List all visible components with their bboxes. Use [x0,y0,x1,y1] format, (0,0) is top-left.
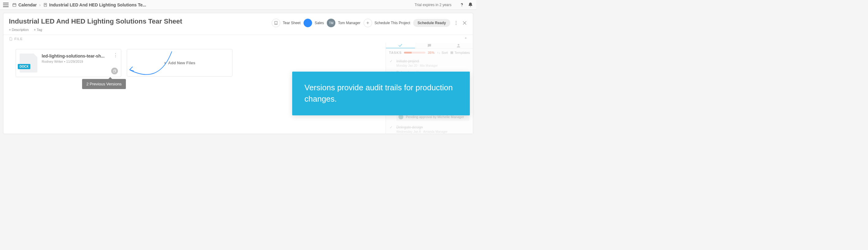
task-item[interactable]: Delegate designWednesday Jan 8 · Amanda … [389,123,470,134]
file-menu-icon[interactable]: ⋮ [113,52,118,58]
task-title: Delegate design [396,125,469,130]
menu-icon[interactable] [3,3,8,7]
add-file-card[interactable]: + Add New Files [127,49,232,76]
check-icon[interactable] [390,59,394,63]
breadcrumb-page-label: Industrial LED And HED Lighting Solution… [49,2,146,7]
add-tag[interactable]: + Tag [34,28,42,32]
file-meta: Rodney Writer • 11/29/2019 [42,60,117,63]
page-title: Industrial LED And HED Lighting Solution… [9,17,272,25]
tab-people[interactable] [444,43,473,48]
add-file-label: Add New Files [168,61,195,65]
collapse-icon[interactable]: ⌃ [464,37,467,41]
comment-icon [427,43,432,48]
check-icon [398,43,403,48]
schedule-ready-button[interactable]: Schedule Ready [413,19,450,27]
plus-icon: + [164,61,166,65]
help-icon[interactable] [459,2,465,8]
more-icon[interactable] [453,20,459,26]
file-icon [9,37,12,41]
bell-icon[interactable] [468,2,473,8]
close-icon[interactable] [462,20,467,26]
calendar-icon [12,3,17,7]
svg-point-16 [458,44,459,46]
progress-percent: 35% [428,51,435,55]
info-callout: Versions provide audit trails for produc… [292,72,470,115]
versions-tooltip: 2 Previous Versions [82,79,126,89]
breadcrumb-root-label: Calendar [19,2,37,7]
file-section-header: FILE ⌃ [3,35,473,43]
file-name: led-lighting-solutions-tear-sh... [42,53,117,59]
document-icon [43,3,48,7]
tab-tasks[interactable] [386,43,415,48]
category-chip[interactable]: Sales [304,19,324,27]
svg-rect-8 [275,22,277,25]
task-subtext: Monday Jan 20 · Mia Manager [396,64,469,67]
file-card[interactable]: DOCX led-lighting-solutions-tear-sh... R… [16,49,121,77]
add-description[interactable]: + Description [9,28,29,32]
svg-rect-15 [113,70,115,73]
tear-sheet-icon [274,21,278,25]
trial-text: Trial expires in 2 years [415,3,452,7]
file-extension-badge: DOCX [18,64,30,69]
content-type-label: Tear Sheet [283,21,301,25]
plus-icon: + [366,20,369,26]
content-type-chip[interactable]: Tear Sheet [272,19,301,27]
breadcrumb-page[interactable]: Industrial LED And HED Lighting Solution… [43,2,146,7]
file-thumbnail: DOCX [20,53,37,73]
svg-point-12 [456,24,456,25]
owner-chip[interactable]: TM Tom Manager [327,19,360,27]
schedule-project-button[interactable]: + Schedule This Project [364,19,410,27]
svg-point-10 [456,21,456,22]
task-item[interactable]: Initiate projectMonday Jan 20 · Mia Mana… [389,58,470,69]
task-title: Initiate project [396,59,469,63]
main-panel: Industrial LED And HED Lighting Solution… [3,13,473,134]
schedule-project-label: Schedule This Project [375,21,410,25]
svg-point-11 [456,23,456,23]
check-icon[interactable] [390,125,394,130]
svg-rect-0 [13,3,16,6]
sales-color-dot [304,19,312,27]
person-icon [456,43,461,48]
avatar: TM [327,19,335,27]
owner-label: Tom Manager [338,21,360,25]
category-label: Sales [315,21,324,25]
tasks-label: TASKS [389,51,402,55]
breadcrumb-separator: › [39,2,41,7]
sort-button[interactable]: ↑↓ Sort [437,51,448,55]
approval-text: Pending approval by Michelle Manager [406,115,464,119]
file-section-label: FILE [14,37,23,41]
breadcrumb-root[interactable]: Calendar [12,2,37,7]
versions-icon[interactable] [111,68,118,74]
svg-point-7 [462,6,462,6]
templates-button[interactable]: ▦ Templates [450,50,470,55]
task-subtext: Wednesday Jan 8 · Amanda Manager [396,130,469,134]
breadcrumb-bar: Calendar › Industrial LED And HED Lighti… [0,0,476,10]
progress-bar [404,52,425,53]
tab-comments[interactable] [415,43,444,48]
